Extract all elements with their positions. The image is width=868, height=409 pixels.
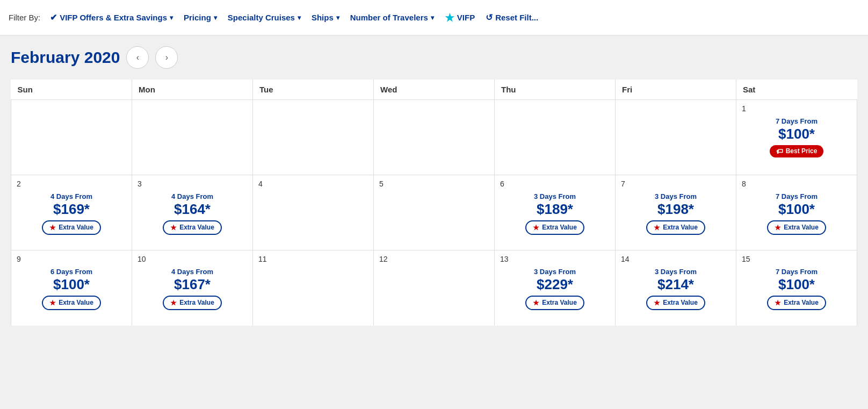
filter-bar: Filter By: ✔ VIFP Offers & Extra Savings…: [0, 0, 868, 35]
date-number: 2: [17, 180, 126, 188]
calendar-cell-1-6[interactable]: 87 Days From$100*★ Extra Value: [736, 175, 857, 250]
calendar-cell-0-6[interactable]: 17 Days From$100*🏷 Best Price: [736, 100, 857, 175]
filter-ships-label: Ships: [312, 13, 334, 22]
calendar-container: February 2020 ‹ › Sun Mon Tue Wed Thu Fr…: [0, 35, 868, 331]
date-number: 7: [621, 180, 730, 188]
star-icon: ★: [170, 224, 177, 232]
weekday-header-row: Sun Mon Tue Wed Thu Fri Sat: [11, 80, 857, 100]
star-icon: ★: [49, 224, 56, 232]
cruise-info: 7 Days From$100*★ Extra Value: [742, 192, 851, 235]
cruise-price: $100*: [778, 126, 815, 142]
extra-value-badge[interactable]: ★ Extra Value: [525, 296, 584, 310]
cruise-info: 3 Days From$198*★ Extra Value: [621, 192, 730, 235]
date-number: 11: [258, 255, 368, 263]
cruise-price: $164*: [174, 202, 211, 217]
star-icon: ★: [170, 299, 177, 307]
chevron-down-icon: ▾: [214, 14, 217, 21]
days-from: 3 Days From: [534, 192, 576, 200]
extra-value-badge[interactable]: ★ Extra Value: [767, 296, 826, 310]
month-title: February 2020: [11, 48, 120, 67]
calendar-cell-1-4[interactable]: 63 Days From$189*★ Extra Value: [495, 175, 616, 250]
chevron-down-icon: ▾: [170, 14, 173, 21]
filter-vifp-button[interactable]: ✔ VIFP Offers & Extra Savings ▾: [46, 9, 177, 26]
filter-ships-button[interactable]: Ships ▾: [307, 10, 344, 25]
weekday-fri: Fri: [616, 80, 736, 100]
cruise-info: 4 Days From$167*★ Extra Value: [138, 268, 247, 310]
extra-value-badge[interactable]: ★ Extra Value: [767, 220, 826, 235]
star-icon: ★: [654, 224, 660, 232]
filter-travelers-label: Number of Travelers: [350, 13, 428, 22]
days-from: 3 Days From: [534, 268, 576, 276]
reset-icon: ↺: [486, 12, 493, 23]
cruise-info: 4 Days From$164*★ Extra Value: [138, 192, 247, 235]
weekday-mon: Mon: [132, 80, 253, 100]
date-number: 4: [258, 180, 368, 188]
date-number: 5: [379, 180, 489, 188]
calendar-cell-1-1[interactable]: 34 Days From$164*★ Extra Value: [132, 175, 253, 250]
calendar-week-2: 96 Days From$100*★ Extra Value104 Days F…: [11, 250, 857, 326]
cruise-info: 3 Days From$189*★ Extra Value: [500, 192, 610, 235]
date-number: 12: [379, 255, 489, 263]
calendar-cell-2-5[interactable]: 143 Days From$214*★ Extra Value: [616, 250, 736, 326]
star-icon: ★: [533, 299, 539, 307]
next-month-button[interactable]: ›: [155, 46, 178, 69]
extra-value-badge[interactable]: ★ Extra Value: [42, 296, 101, 310]
chevron-down-icon: ▾: [336, 14, 339, 21]
calendar-week-1: 24 Days From$169*★ Extra Value34 Days Fr…: [11, 175, 857, 250]
filter-pricing-label: Pricing: [184, 13, 211, 22]
cruise-price: $167*: [174, 277, 211, 292]
star-icon: ★: [654, 299, 660, 307]
date-number: 6: [500, 180, 610, 188]
calendar-cell-1-5[interactable]: 73 Days From$198*★ Extra Value: [616, 175, 736, 250]
days-from: 7 Days From: [776, 117, 818, 125]
extra-value-badge[interactable]: ★ Extra Value: [163, 296, 222, 310]
weekday-sat: Sat: [736, 80, 857, 100]
chevron-down-icon: ▾: [298, 14, 301, 21]
weekday-tue: Tue: [253, 80, 374, 100]
vifp-label: VIFP: [457, 13, 475, 22]
calendar-cell-2-0[interactable]: 96 Days From$100*★ Extra Value: [11, 250, 132, 326]
month-header: February 2020 ‹ ›: [11, 46, 857, 69]
date-number: 1: [742, 104, 851, 113]
cruise-info: 3 Days From$229*★ Extra Value: [500, 268, 610, 310]
filter-pricing-button[interactable]: Pricing ▾: [179, 10, 221, 25]
days-from: 6 Days From: [50, 268, 92, 276]
extra-value-badge[interactable]: ★ Extra Value: [646, 296, 705, 310]
extra-value-badge[interactable]: ★ Extra Value: [42, 220, 101, 235]
extra-value-badge[interactable]: ★ Extra Value: [646, 220, 705, 235]
filter-travelers-button[interactable]: Number of Travelers ▾: [346, 10, 438, 25]
extra-value-badge[interactable]: ★ Extra Value: [525, 220, 584, 235]
weekday-wed: Wed: [374, 80, 495, 100]
calendar-cell-2-6[interactable]: 157 Days From$100*★ Extra Value: [736, 250, 857, 326]
weekday-sun: Sun: [11, 80, 132, 100]
cruise-price: $100*: [778, 277, 815, 292]
calendar-cell-0-3: [374, 100, 495, 175]
extra-value-badge[interactable]: ★ Extra Value: [163, 220, 222, 235]
filter-specialty-button[interactable]: Specialty Cruises ▾: [223, 10, 305, 25]
cruise-info: 3 Days From$214*★ Extra Value: [621, 268, 730, 310]
cruise-price: $189*: [537, 202, 573, 217]
calendar-cell-1-0[interactable]: 24 Days From$169*★ Extra Value: [11, 175, 132, 250]
date-number: 15: [742, 255, 851, 263]
calendar-cell-1-3: 5: [374, 175, 495, 250]
date-number: 8: [742, 180, 851, 188]
calendar-week-0: 17 Days From$100*🏷 Best Price: [11, 100, 857, 175]
calendar-cell-2-1[interactable]: 104 Days From$167*★ Extra Value: [132, 250, 253, 326]
cruise-info: 4 Days From$169*★ Extra Value: [17, 192, 126, 235]
star-icon: ★: [445, 11, 454, 24]
calendar-cell-0-4: [495, 100, 616, 175]
cruise-price: $198*: [657, 202, 694, 217]
calendar-cell-2-4[interactable]: 133 Days From$229*★ Extra Value: [495, 250, 616, 326]
days-from: 7 Days From: [776, 192, 818, 200]
vifp-star-button[interactable]: ★ VIFP: [440, 8, 479, 27]
date-number: 9: [17, 255, 126, 263]
days-from: 3 Days From: [655, 268, 697, 276]
filter-by-label: Filter By:: [9, 13, 40, 22]
calendar-table: Sun Mon Tue Wed Thu Fri Sat 17 Days From…: [11, 80, 857, 326]
filter-vifp-label: VIFP Offers & Extra Savings: [60, 13, 167, 22]
reset-label: Reset Filt...: [495, 13, 538, 22]
reset-filter-button[interactable]: ↺ Reset Filt...: [481, 9, 542, 26]
prev-month-button[interactable]: ‹: [126, 46, 149, 69]
date-number: 10: [138, 255, 247, 263]
best-price-badge[interactable]: 🏷 Best Price: [770, 145, 824, 157]
